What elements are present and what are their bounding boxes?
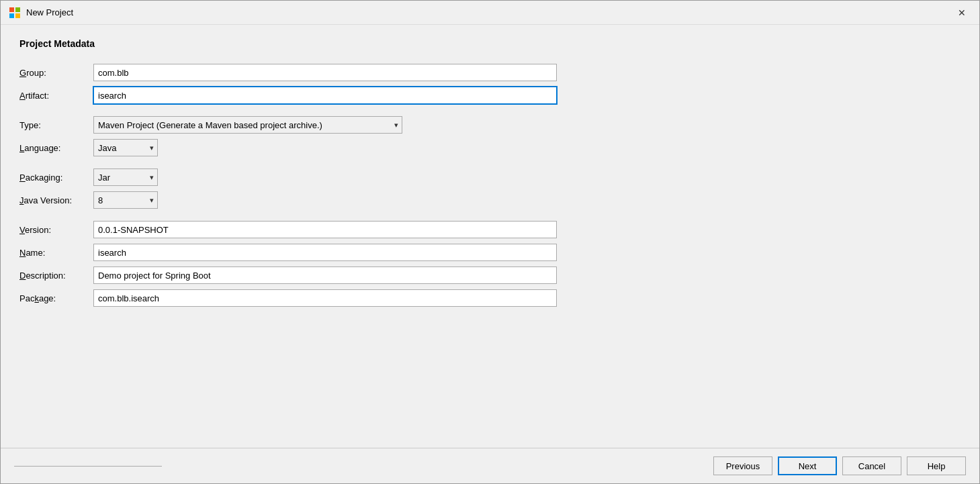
packaging-label: Packaging:: [19, 166, 93, 189]
dialog-footer: Previous Next Cancel Help: [1, 448, 979, 483]
language-select[interactable]: Java Kotlin Groovy: [93, 139, 158, 156]
dialog-content: Project Metadata Group: Artifact: Type:: [1, 25, 979, 448]
java-version-select-wrapper: 8 11 17: [93, 191, 158, 209]
spacer3: [19, 159, 93, 166]
spacer4: [93, 159, 597, 166]
help-button[interactable]: Help: [907, 456, 966, 475]
new-project-dialog: New Project ✕ Project Metadata Group: Ar…: [0, 0, 980, 484]
project-metadata-form: Group: Artifact: Type: Mav: [19, 61, 597, 309]
java-version-field: 8 11 17: [93, 189, 597, 211]
java-version-select[interactable]: 8 11 17: [93, 191, 158, 209]
spacer2: [93, 107, 597, 113]
next-button[interactable]: Next: [778, 456, 837, 475]
description-input[interactable]: [93, 267, 557, 284]
packaging-field: Jar War: [93, 166, 597, 189]
version-input[interactable]: [93, 221, 557, 238]
group-input[interactable]: [93, 64, 557, 81]
title-bar-left: New Project: [9, 7, 73, 19]
type-select[interactable]: Maven Project (Generate a Maven based pr…: [93, 116, 402, 134]
type-label: Type:: [19, 113, 93, 136]
spacer5: [19, 211, 93, 218]
section-title: Project Metadata: [19, 38, 961, 49]
language-select-wrapper: Java Kotlin Groovy: [93, 139, 158, 156]
description-field: [93, 264, 597, 287]
app-icon: [9, 7, 21, 19]
artifact-input[interactable]: [93, 87, 557, 104]
type-field: Maven Project (Generate a Maven based pr…: [93, 113, 597, 136]
java-version-label: Java Version:: [19, 189, 93, 211]
language-label: Language:: [19, 136, 93, 159]
packaging-select-wrapper: Jar War: [93, 168, 158, 186]
packaging-select[interactable]: Jar War: [93, 168, 158, 186]
cancel-button[interactable]: Cancel: [842, 456, 901, 475]
close-button[interactable]: ✕: [952, 5, 971, 20]
spacer6: [93, 211, 597, 218]
footer-left: [14, 466, 708, 467]
svg-rect-1: [15, 7, 20, 12]
artifact-field: [93, 84, 597, 107]
group-label: Group:: [19, 61, 93, 84]
title-bar: New Project ✕: [1, 1, 979, 25]
svg-rect-3: [15, 13, 20, 18]
dialog-title: New Project: [26, 7, 73, 17]
package-input[interactable]: [93, 289, 557, 307]
artifact-label: Artifact:: [19, 84, 93, 107]
footer-buttons: Previous Next Cancel Help: [713, 456, 966, 475]
group-field: [93, 61, 597, 84]
type-select-wrapper: Maven Project (Generate a Maven based pr…: [93, 116, 557, 134]
name-label: Name:: [19, 241, 93, 264]
svg-rect-0: [9, 7, 14, 12]
svg-rect-2: [9, 13, 14, 18]
package-field: [93, 287, 597, 309]
footer-divider: [14, 466, 162, 467]
language-field: Java Kotlin Groovy: [93, 136, 597, 159]
spacer1: [19, 107, 93, 113]
version-label: Version:: [19, 218, 93, 241]
name-field: [93, 241, 597, 264]
previous-button[interactable]: Previous: [713, 456, 772, 475]
description-label: Description:: [19, 264, 93, 287]
name-input[interactable]: [93, 244, 557, 261]
package-label: Package:: [19, 287, 93, 309]
version-field: [93, 218, 597, 241]
